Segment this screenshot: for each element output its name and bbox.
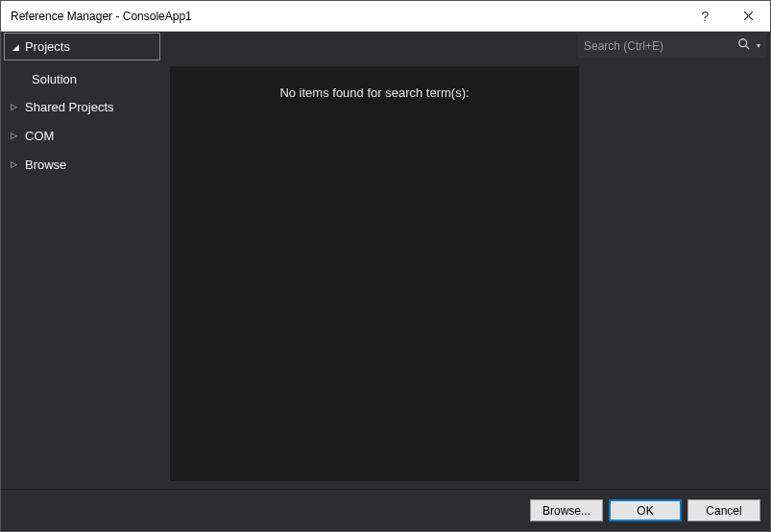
tab-label: Projects [25, 39, 70, 54]
sidebar-item-label: COM [25, 129, 54, 143]
search-input[interactable] [584, 39, 732, 53]
sidebar-item-label: Solution [32, 72, 77, 86]
dialog-body: Solution ▷ Shared Projects ▷ COM ▷ Brows… [1, 60, 770, 489]
tab-projects[interactable]: ◢ Projects [4, 33, 160, 60]
reference-manager-window: Reference Manager - ConsoleApp1 ? ◢ Proj… [0, 0, 771, 532]
footer: Browse... OK Cancel [1, 489, 770, 531]
sidebar-item-browse[interactable]: ▷ Browse [1, 150, 166, 179]
sidebar-item-com[interactable]: ▷ COM [1, 121, 166, 150]
search-box[interactable]: ▾ [578, 34, 766, 58]
button-label: Browse... [542, 504, 590, 518]
chevron-right-icon: ▷ [11, 102, 18, 111]
svg-line-1 [746, 46, 750, 50]
ok-button[interactable]: OK [609, 499, 682, 521]
empty-results-message: No items found for search term(s): [279, 85, 469, 100]
button-label: OK [637, 504, 653, 518]
help-button[interactable]: ? [684, 2, 727, 31]
sidebar-item-label: Shared Projects [25, 100, 114, 114]
top-row: ◢ Projects ▾ [1, 32, 770, 60]
chevron-right-icon: ▷ [11, 159, 18, 169]
cancel-button[interactable]: Cancel [687, 499, 760, 521]
close-icon [743, 9, 754, 24]
dropdown-arrow-icon: ▾ [757, 41, 760, 50]
svg-point-0 [739, 39, 747, 47]
button-label: Cancel [706, 504, 741, 518]
search-icon [737, 37, 751, 54]
details-pane [579, 60, 770, 489]
sidebar-item-shared-projects[interactable]: ▷ Shared Projects [1, 92, 166, 121]
chevron-right-icon: ▷ [11, 131, 18, 140]
sidebar-item-solution[interactable]: Solution [1, 66, 166, 92]
browse-button[interactable]: Browse... [530, 499, 603, 521]
sidebar-item-label: Browse [25, 157, 66, 172]
window-title: Reference Manager - ConsoleApp1 [11, 10, 684, 23]
chevron-down-icon: ◢ [12, 42, 19, 52]
close-button[interactable] [727, 2, 770, 31]
main-content: No items found for search term(s): [170, 66, 579, 481]
titlebar: Reference Manager - ConsoleApp1 ? [1, 1, 770, 32]
sidebar: Solution ▷ Shared Projects ▷ COM ▷ Brows… [1, 60, 166, 489]
